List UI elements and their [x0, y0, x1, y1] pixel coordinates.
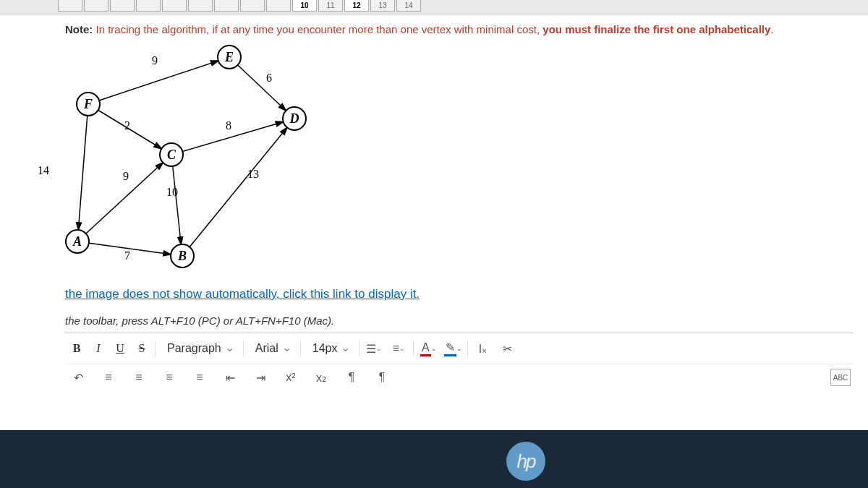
separator [243, 341, 244, 356]
edge-weight: 2 [124, 119, 130, 132]
bulleted-list-icon[interactable]: ☰⌄ [364, 340, 384, 357]
separator [359, 341, 359, 356]
highlight-button[interactable]: ✎⌄ [443, 340, 463, 357]
edge-weight: 13 [247, 168, 259, 181]
separator [155, 341, 156, 356]
graph-diagram: 968214910713ABCDEF [65, 41, 369, 273]
outdent-icon[interactable]: ⇤ [220, 369, 240, 386]
numbered-list-icon[interactable]: ≡⌄ [388, 340, 409, 357]
svg-line-2 [171, 119, 294, 155]
note-prefix: Note: [65, 23, 93, 35]
indent-icon[interactable]: ⇥ [250, 369, 271, 386]
italic-button[interactable]: I [90, 339, 107, 358]
editor-toolbar: B I U S Paragraph Arial 14px ☰⌄ ≡⌄ A⌄ ✎⌄… [65, 333, 854, 364]
editor-toolbar-row2: ↶ ≡ ≡ ≡ ≡ ⇤ ⇥ x² x₂ ¶ ¶ ABC [65, 364, 854, 390]
hp-logo: hp [506, 442, 545, 481]
edge-weight: 7 [124, 249, 130, 262]
strike-button[interactable]: S [133, 339, 150, 358]
paragraph-icon[interactable]: ¶ [341, 369, 362, 386]
text-color-button[interactable]: A⌄ [418, 340, 438, 357]
superscript-icon[interactable]: x² [281, 369, 301, 386]
graph-node-e: E [217, 45, 242, 69]
edge-weight: 14 [38, 164, 49, 177]
undo-icon[interactable]: ↶ [68, 369, 88, 386]
cut-button[interactable]: ✂ [497, 340, 517, 357]
toolbar-hint: the toolbar, press ALT+F10 (PC) or ALT+F… [65, 314, 854, 327]
edge-weight: 9 [152, 54, 158, 67]
separator [300, 341, 301, 356]
spellcheck-button[interactable]: ABC [830, 369, 851, 386]
edge-weight: 10 [166, 186, 178, 199]
align-left-icon[interactable]: ≡ [98, 369, 119, 386]
graph-node-d: D [282, 106, 307, 131]
font-select[interactable]: Arial [248, 339, 296, 358]
pilcrow-icon[interactable]: ¶ [372, 369, 392, 386]
graph-node-f: F [76, 92, 101, 116]
svg-line-1 [229, 57, 294, 119]
separator [467, 341, 468, 356]
size-select[interactable]: 14px [305, 339, 355, 358]
separator [413, 341, 414, 356]
graph-node-b: B [170, 244, 195, 268]
graph-node-a: A [65, 229, 90, 254]
align-center-icon[interactable]: ≡ [129, 369, 149, 386]
svg-line-0 [88, 57, 229, 104]
paragraph-select[interactable]: Paragraph [160, 339, 239, 358]
subscript-icon[interactable]: x₂ [311, 369, 331, 386]
svg-line-4 [77, 104, 88, 241]
show-image-link[interactable]: the image does not show automatically, c… [65, 287, 854, 301]
align-justify-icon[interactable]: ≡ [190, 369, 210, 386]
svg-line-5 [77, 155, 171, 241]
note-body-a: In tracing the algorithm, if at any time… [93, 23, 542, 35]
note-bold: you must finalize the first one alphabet… [542, 23, 770, 35]
edge-weight: 8 [226, 119, 231, 132]
svg-line-6 [171, 155, 182, 256]
clear-format-button[interactable]: Iₓ [472, 340, 493, 357]
underline-button[interactable]: U [111, 339, 129, 358]
graph-node-c: C [159, 142, 184, 167]
note-text: Note: In tracing the algorithm, if at an… [65, 22, 854, 37]
svg-line-8 [182, 119, 294, 256]
bold-button[interactable]: B [68, 339, 85, 358]
edge-weight: 6 [266, 72, 272, 85]
edge-weight: 9 [123, 170, 129, 183]
align-right-icon[interactable]: ≡ [159, 369, 179, 386]
note-body-b: . [770, 23, 773, 35]
